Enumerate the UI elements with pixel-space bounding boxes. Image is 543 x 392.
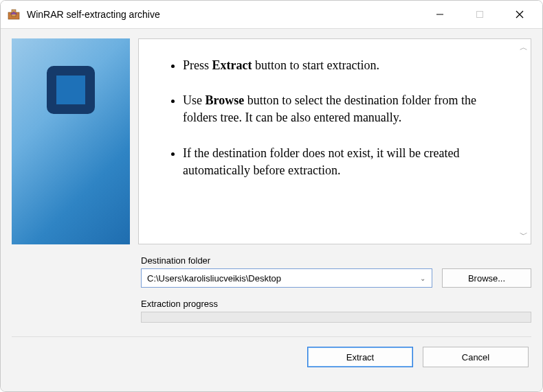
content-area: ︿ Press Extract button to start extracti… — [1, 28, 542, 391]
window-controls — [420, 1, 540, 28]
chevron-down-icon[interactable]: ⌄ — [414, 269, 432, 287]
maximize-button — [460, 1, 500, 28]
instruction-item: Use Browse button to select the destinat… — [183, 92, 506, 126]
square-icon — [47, 66, 95, 114]
browse-button[interactable]: Browse... — [442, 268, 531, 288]
progress-label: Extraction progress — [12, 299, 531, 309]
extract-button[interactable]: Extract — [307, 347, 413, 367]
scroll-down-icon[interactable]: ﹀ — [520, 229, 528, 241]
svg-rect-3 — [477, 12, 483, 18]
instruction-text: Press — [183, 58, 212, 72]
instruction-item: If the destination folder does not exist… — [183, 145, 506, 179]
instruction-text: If the destination folder does not exist… — [183, 146, 459, 177]
destination-input[interactable] — [142, 269, 414, 287]
upper-panel: ︿ Press Extract button to start extracti… — [12, 38, 531, 244]
winrar-icon — [8, 8, 20, 21]
scroll-up-icon[interactable]: ︿ — [520, 42, 528, 54]
destination-section: Destination folder ⌄ Browse... — [12, 255, 531, 288]
instruction-text: button to start extraction. — [252, 58, 379, 72]
cancel-button[interactable]: Cancel — [423, 347, 529, 367]
destination-label: Destination folder — [12, 255, 531, 266]
destination-combobox[interactable]: ⌄ — [141, 268, 432, 288]
instructions-panel: ︿ Press Extract button to start extracti… — [138, 38, 531, 244]
button-row: Extract Cancel — [12, 337, 531, 367]
winrar-sfx-window: WinRAR self-extracting archive ︿ — [0, 0, 543, 392]
close-button[interactable] — [500, 1, 540, 28]
instruction-text: Use — [183, 93, 206, 107]
titlebar: WinRAR self-extracting archive — [1, 1, 542, 28]
minimize-button[interactable] — [420, 1, 460, 28]
progress-bar — [141, 312, 531, 323]
window-title: WinRAR self-extracting archive — [27, 9, 420, 20]
instruction-bold: Extract — [212, 58, 252, 72]
instruction-item: Press Extract button to start extraction… — [183, 57, 506, 74]
instruction-bold: Browse — [206, 93, 245, 107]
side-graphic-panel — [12, 38, 130, 244]
